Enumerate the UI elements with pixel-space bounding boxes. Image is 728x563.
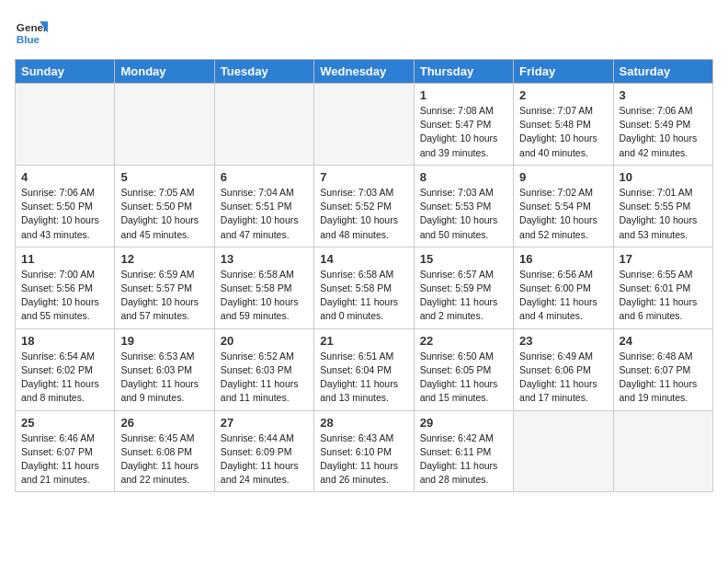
day-number: 8 — [420, 170, 507, 184]
day-info: Sunrise: 7:01 AM Sunset: 5:55 PM Dayligh… — [620, 186, 707, 242]
day-info: Sunrise: 7:07 AM Sunset: 5:48 PM Dayligh… — [519, 104, 607, 160]
calendar-cell — [16, 84, 115, 166]
day-info: Sunrise: 6:42 AM Sunset: 6:11 PM Dayligh… — [420, 431, 507, 488]
day-number: 23 — [519, 334, 607, 348]
day-number: 17 — [620, 252, 707, 266]
day-info: Sunrise: 7:05 AM Sunset: 5:50 PM Dayligh… — [120, 186, 208, 242]
day-info: Sunrise: 6:56 AM Sunset: 6:00 PM Dayligh… — [519, 268, 607, 324]
day-number: 3 — [620, 88, 707, 102]
calendar-cell: 22Sunrise: 6:50 AM Sunset: 6:05 PM Dayli… — [414, 328, 513, 410]
calendar-cell: 18Sunrise: 6:54 AM Sunset: 6:02 PM Dayli… — [16, 328, 115, 410]
day-info: Sunrise: 6:44 AM Sunset: 6:09 PM Dayligh… — [221, 431, 308, 488]
weekday-header-sunday: Sunday — [16, 60, 115, 84]
calendar-cell: 23Sunrise: 6:49 AM Sunset: 6:06 PM Dayli… — [514, 328, 613, 410]
day-info: Sunrise: 7:03 AM Sunset: 5:52 PM Dayligh… — [320, 186, 407, 242]
day-info: Sunrise: 6:52 AM Sunset: 6:03 PM Dayligh… — [221, 350, 308, 406]
day-info: Sunrise: 7:08 AM Sunset: 5:47 PM Dayligh… — [420, 104, 507, 160]
calendar-cell: 12Sunrise: 6:59 AM Sunset: 5:57 PM Dayli… — [115, 247, 214, 328]
day-number: 12 — [120, 252, 208, 266]
calendar-cell — [314, 84, 414, 166]
calendar-cell: 24Sunrise: 6:48 AM Sunset: 6:07 PM Dayli… — [613, 328, 712, 410]
calendar-cell: 25Sunrise: 6:46 AM Sunset: 6:07 PM Dayli… — [16, 410, 115, 492]
day-info: Sunrise: 6:59 AM Sunset: 5:57 PM Dayligh… — [120, 268, 208, 324]
weekday-header-monday: Monday — [115, 60, 214, 84]
calendar-cell: 4Sunrise: 7:06 AM Sunset: 5:50 PM Daylig… — [16, 165, 115, 247]
day-number: 21 — [320, 334, 407, 348]
calendar-cell: 1Sunrise: 7:08 AM Sunset: 5:47 PM Daylig… — [414, 84, 513, 166]
day-number: 4 — [21, 170, 108, 184]
calendar-cell: 21Sunrise: 6:51 AM Sunset: 6:04 PM Dayli… — [314, 328, 414, 410]
day-number: 5 — [120, 170, 208, 184]
calendar-cell: 9Sunrise: 7:02 AM Sunset: 5:54 PM Daylig… — [514, 165, 613, 247]
day-info: Sunrise: 6:48 AM Sunset: 6:07 PM Dayligh… — [620, 350, 707, 406]
day-info: Sunrise: 6:45 AM Sunset: 6:08 PM Dayligh… — [120, 431, 208, 488]
day-number: 13 — [221, 252, 308, 266]
calendar-cell: 3Sunrise: 7:06 AM Sunset: 5:49 PM Daylig… — [613, 84, 712, 166]
day-info: Sunrise: 7:04 AM Sunset: 5:51 PM Dayligh… — [221, 186, 308, 242]
day-number: 15 — [420, 252, 507, 266]
day-number: 28 — [320, 416, 407, 430]
calendar-cell: 17Sunrise: 6:55 AM Sunset: 6:01 PM Dayli… — [613, 247, 712, 328]
day-info: Sunrise: 6:58 AM Sunset: 5:58 PM Dayligh… — [320, 268, 407, 324]
day-number: 25 — [21, 416, 108, 430]
day-number: 14 — [320, 252, 407, 266]
day-number: 19 — [120, 334, 208, 348]
day-info: Sunrise: 6:51 AM Sunset: 6:04 PM Dayligh… — [320, 350, 407, 406]
weekday-header-thursday: Thursday — [414, 60, 513, 84]
calendar-table: SundayMondayTuesdayWednesdayThursdayFrid… — [15, 59, 713, 492]
weekday-header-friday: Friday — [514, 60, 613, 84]
day-number: 20 — [221, 334, 308, 348]
weekday-header-saturday: Saturday — [613, 60, 712, 84]
day-info: Sunrise: 7:02 AM Sunset: 5:54 PM Dayligh… — [519, 186, 607, 242]
day-number: 27 — [221, 416, 308, 430]
calendar-cell: 13Sunrise: 6:58 AM Sunset: 5:58 PM Dayli… — [214, 247, 313, 328]
day-info: Sunrise: 6:43 AM Sunset: 6:10 PM Dayligh… — [320, 431, 407, 488]
weekday-header-tuesday: Tuesday — [214, 60, 313, 84]
logo: General Blue — [15, 15, 51, 48]
calendar-cell: 7Sunrise: 7:03 AM Sunset: 5:52 PM Daylig… — [314, 165, 414, 247]
calendar-cell: 2Sunrise: 7:07 AM Sunset: 5:48 PM Daylig… — [514, 84, 613, 166]
day-info: Sunrise: 7:06 AM Sunset: 5:50 PM Dayligh… — [21, 186, 108, 242]
calendar-cell: 10Sunrise: 7:01 AM Sunset: 5:55 PM Dayli… — [613, 165, 712, 247]
day-info: Sunrise: 6:46 AM Sunset: 6:07 PM Dayligh… — [21, 431, 108, 488]
day-info: Sunrise: 6:54 AM Sunset: 6:02 PM Dayligh… — [21, 350, 108, 406]
day-info: Sunrise: 7:00 AM Sunset: 5:56 PM Dayligh… — [21, 268, 108, 324]
calendar-cell — [115, 84, 214, 166]
calendar-cell: 20Sunrise: 6:52 AM Sunset: 6:03 PM Dayli… — [214, 328, 313, 410]
weekday-header-wednesday: Wednesday — [314, 60, 414, 84]
calendar-cell: 15Sunrise: 6:57 AM Sunset: 5:59 PM Dayli… — [414, 247, 513, 328]
calendar-cell: 5Sunrise: 7:05 AM Sunset: 5:50 PM Daylig… — [115, 165, 214, 247]
calendar-cell: 14Sunrise: 6:58 AM Sunset: 5:58 PM Dayli… — [314, 247, 414, 328]
calendar-cell: 6Sunrise: 7:04 AM Sunset: 5:51 PM Daylig… — [214, 165, 313, 247]
calendar-cell: 26Sunrise: 6:45 AM Sunset: 6:08 PM Dayli… — [115, 410, 214, 492]
svg-text:Blue: Blue — [17, 33, 40, 45]
day-number: 18 — [21, 334, 108, 348]
day-number: 2 — [519, 88, 607, 102]
day-number: 29 — [420, 416, 507, 430]
day-info: Sunrise: 7:03 AM Sunset: 5:53 PM Dayligh… — [420, 186, 507, 242]
day-number: 24 — [620, 334, 707, 348]
calendar-cell: 29Sunrise: 6:42 AM Sunset: 6:11 PM Dayli… — [414, 410, 513, 492]
day-info: Sunrise: 6:58 AM Sunset: 5:58 PM Dayligh… — [221, 268, 308, 324]
calendar-cell: 28Sunrise: 6:43 AM Sunset: 6:10 PM Dayli… — [314, 410, 414, 492]
calendar-cell: 11Sunrise: 7:00 AM Sunset: 5:56 PM Dayli… — [16, 247, 115, 328]
calendar-cell: 8Sunrise: 7:03 AM Sunset: 5:53 PM Daylig… — [414, 165, 513, 247]
day-number: 26 — [120, 416, 208, 430]
calendar-cell — [613, 410, 712, 492]
day-number: 9 — [519, 170, 607, 184]
day-info: Sunrise: 6:50 AM Sunset: 6:05 PM Dayligh… — [420, 350, 507, 406]
day-number: 16 — [519, 252, 607, 266]
day-info: Sunrise: 6:55 AM Sunset: 6:01 PM Dayligh… — [620, 268, 707, 324]
day-number: 10 — [620, 170, 707, 184]
calendar-cell: 19Sunrise: 6:53 AM Sunset: 6:03 PM Dayli… — [115, 328, 214, 410]
day-number: 7 — [320, 170, 407, 184]
calendar-cell — [214, 84, 313, 166]
day-number: 6 — [221, 170, 308, 184]
logo-icon: General Blue — [15, 15, 48, 48]
day-info: Sunrise: 7:06 AM Sunset: 5:49 PM Dayligh… — [620, 104, 707, 160]
day-number: 11 — [21, 252, 108, 266]
day-number: 22 — [420, 334, 507, 348]
day-number: 1 — [420, 88, 507, 102]
day-info: Sunrise: 6:49 AM Sunset: 6:06 PM Dayligh… — [519, 350, 607, 406]
page-header: General Blue — [15, 15, 713, 48]
